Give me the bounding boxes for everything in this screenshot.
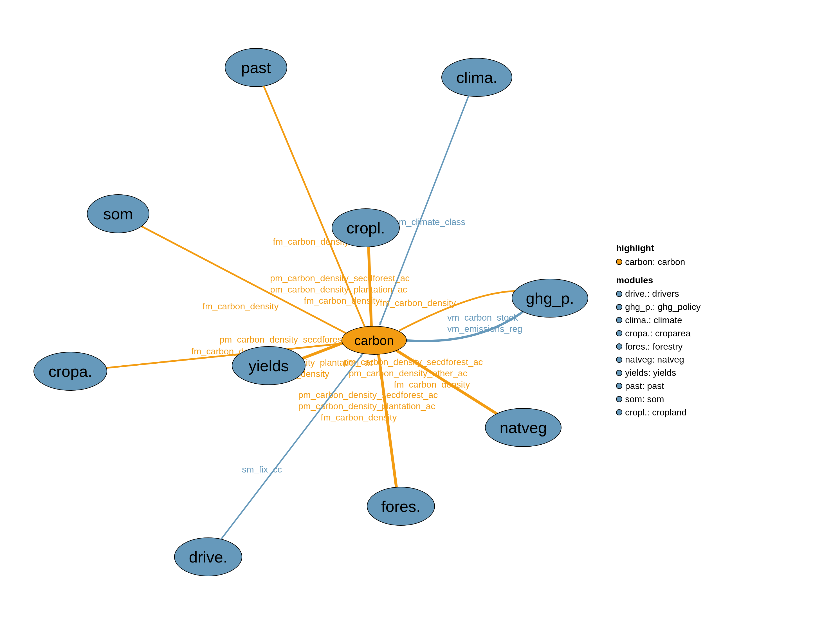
edge-label: pm_carbon_density_plantation_ac <box>298 401 435 411</box>
legend-item-label: fores.: forestry <box>625 340 683 353</box>
dot-icon <box>616 317 622 323</box>
edge-label: fm_carbon_density <box>394 379 470 390</box>
legend-item: som: som <box>616 393 701 406</box>
node-label: fores. <box>381 497 420 515</box>
legend-highlight-title: highlight <box>616 242 701 254</box>
node-label: drive. <box>189 548 227 566</box>
legend-item: ghg_p.: ghg_policy <box>616 301 701 313</box>
node-clima[interactable]: clima. <box>442 58 512 96</box>
legend-item: drive.: drivers <box>616 287 701 300</box>
dot-icon <box>616 259 622 265</box>
node-cropl[interactable]: cropl. <box>332 209 399 247</box>
module-graph: fm_carbon_density fm_carbon_density pm_c… <box>0 0 840 630</box>
node-cropa[interactable]: cropa. <box>34 352 107 390</box>
legend-item-label: yields: yields <box>625 366 676 379</box>
legend-item: natveg: natveg <box>616 353 701 366</box>
node-label: ghg_p. <box>526 289 574 307</box>
legend-item: cropl.: cropland <box>616 406 701 419</box>
edge-label: pm_climate_class <box>394 217 465 227</box>
edge-label: fm_carbon_density <box>202 301 278 311</box>
edge-label: pm_carbon_density_plantation_ac <box>270 284 407 294</box>
node-label: past <box>241 59 271 76</box>
dot-icon <box>616 304 622 310</box>
node-label: carbon <box>354 333 394 348</box>
node-fores[interactable]: fores. <box>367 487 435 525</box>
dot-icon <box>616 357 622 363</box>
edge-label: pm_carbon_density_secdforest_ac <box>270 273 410 283</box>
legend-item-label: cropl.: cropland <box>625 406 687 419</box>
legend-item-label: natveg: natveg <box>625 353 684 366</box>
node-drive[interactable]: drive. <box>174 538 242 576</box>
node-past[interactable]: past <box>225 48 287 87</box>
legend-item: carbon: carbon <box>616 256 701 268</box>
edge-label: vm_carbon_stock <box>447 313 518 322</box>
dot-icon <box>616 396 622 402</box>
edge-label: vm_emissions_reg <box>447 324 523 334</box>
legend-item-label: carbon: carbon <box>625 256 685 268</box>
edge-label: pm_carbon_density_secdforest_ac <box>298 390 438 400</box>
edge-clima-carbon <box>380 93 470 325</box>
legend-item: past: past <box>616 380 701 392</box>
node-label: cropl. <box>347 219 385 237</box>
node-label: yields <box>248 357 289 375</box>
edge-label: sm_fix_cc <box>242 464 282 474</box>
edge-label: pm_carbon_density_other_ac <box>349 368 467 378</box>
edge-label: fm_carbon_density <box>380 298 456 308</box>
edge-label: fm_carbon_density <box>321 412 397 422</box>
node-yields[interactable]: yields <box>232 346 305 385</box>
edge-label: pm_carbon_density_secdforest_ac <box>219 335 359 344</box>
edge-label: fm_carbon_density <box>304 295 380 306</box>
legend: highlight carbon: carbon modules drive.:… <box>616 236 701 419</box>
legend-item-label: drive.: drivers <box>625 287 679 300</box>
legend-item: clima.: climate <box>616 314 701 327</box>
node-label: natveg <box>500 419 547 436</box>
node-ghg-p[interactable]: ghg_p. <box>512 279 588 317</box>
legend-item-label: cropa.: croparea <box>625 327 691 340</box>
legend-item: cropa.: croparea <box>616 327 701 340</box>
dot-icon <box>616 330 622 336</box>
dot-icon <box>616 370 622 376</box>
legend-item-label: ghg_p.: ghg_policy <box>625 301 701 313</box>
edge-label: pm_carbon_density_secdforest_ac <box>343 357 483 367</box>
legend-item: yields: yields <box>616 366 701 379</box>
node-label: cropa. <box>48 363 92 380</box>
node-som[interactable]: som <box>87 195 149 233</box>
node-label: som <box>103 205 133 223</box>
node-label: clima. <box>456 69 497 86</box>
legend-item: fores.: forestry <box>616 340 701 353</box>
dot-icon <box>616 343 622 350</box>
dot-icon <box>616 409 622 415</box>
node-natveg[interactable]: natveg <box>485 408 561 447</box>
legend-item-label: clima.: climate <box>625 314 682 327</box>
node-carbon[interactable]: carbon <box>342 326 406 354</box>
legend-item-label: past: past <box>625 380 664 392</box>
legend-item-label: som: som <box>625 393 664 406</box>
edge-drive-carbon <box>219 354 362 542</box>
dot-icon <box>616 383 622 389</box>
dot-icon <box>616 291 622 297</box>
legend-modules-title: modules <box>616 274 701 287</box>
